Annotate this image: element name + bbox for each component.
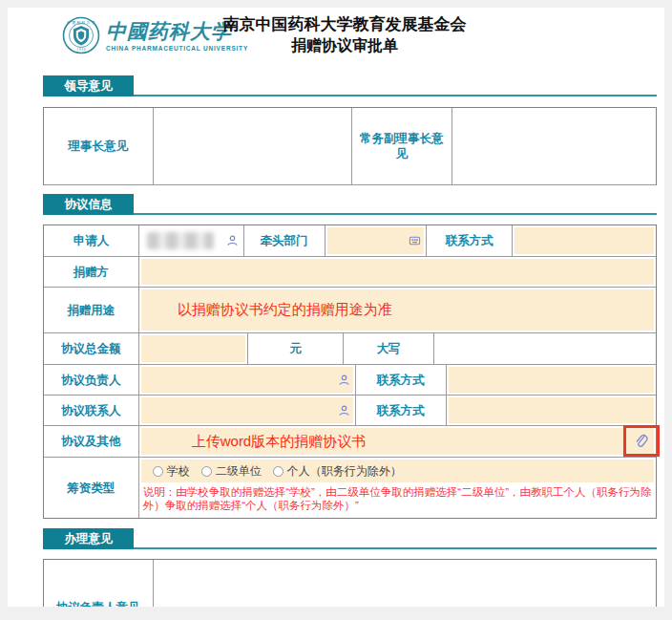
radio-option-school[interactable]: 学校: [153, 463, 190, 480]
applicant-value-cell: [139, 225, 244, 256]
form-title-line1: 南京中国药科大学教育发展基金会: [187, 14, 502, 35]
donor-input[interactable]: [139, 257, 656, 287]
vice-chairman-opinion-label: 常务副理事长意见: [352, 108, 452, 184]
leadership-table: 理事长意见 常务副理事长意见: [43, 107, 657, 185]
section-rule: [43, 213, 657, 215]
donor-label: 捐赠方: [44, 257, 139, 287]
lead-dept-input[interactable]: [326, 225, 428, 256]
person-select-icon[interactable]: [226, 235, 239, 247]
section-rule: [43, 95, 657, 96]
chairman-opinion-label: 理事长意见: [44, 108, 154, 184]
form-title-line2: 捐赠协议审批单: [187, 35, 502, 55]
radio-icon[interactable]: [201, 466, 212, 477]
manager-opinion-label: 协议负责人意见: [44, 560, 154, 607]
amount-capital-value: [434, 333, 656, 364]
section-processing: 办理意见: [43, 528, 657, 549]
liaison-contact-label: 联系方式: [356, 396, 447, 425]
table-row-manager: 协议负责人 联系方式: [44, 365, 656, 396]
section-agreement-badge: 协议信息: [43, 194, 134, 215]
radio-option-label[interactable]: 二级单位: [216, 463, 262, 480]
fundraising-radio-group: 学校 二级单位 个人（职务行为除外）: [141, 460, 654, 482]
department-select-icon[interactable]: [409, 235, 421, 247]
applicant-contact-label: 联系方式: [427, 225, 513, 256]
attachment-annotation-box: [623, 425, 660, 457]
table-row-applicant: 申请人 牵头部门 联系方式: [44, 225, 656, 257]
section-processing-badge: 办理意见: [43, 528, 134, 549]
amount-label: 协议总金额: [44, 333, 139, 364]
manager-label: 协议负责人: [44, 365, 139, 395]
section-agreement: 协议信息: [43, 194, 657, 215]
university-seal-icon: 中 国 药 科 大 学 1 9 3 6: [62, 16, 100, 54]
liaison-input[interactable]: [139, 396, 356, 425]
lead-dept-label: 牵头部门: [244, 225, 326, 256]
table-row-fundraising: 筹资类型 学校 二级单位 个人（职务行为除外） 说明: [44, 458, 656, 519]
attachment-hint-text: 上传word版本的捐赠协议书: [192, 426, 367, 457]
manager-input[interactable]: [139, 365, 356, 395]
table-row-purpose: 捐赠用途 以捐赠协议书约定的捐赠用途为准: [44, 288, 656, 333]
table-row-liaison: 协议联系人 联系方式: [44, 396, 656, 426]
person-select-icon[interactable]: [338, 374, 350, 386]
agreement-table: 申请人 牵头部门 联系方式: [43, 224, 657, 519]
radio-option-label[interactable]: 学校: [167, 463, 190, 480]
liaison-contact-input[interactable]: [447, 396, 656, 425]
purpose-input[interactable]: 以捐赠协议书约定的捐赠用途为准: [139, 288, 656, 332]
radio-option-label[interactable]: 个人（职务行为除外）: [287, 463, 402, 480]
paperclip-icon[interactable]: [634, 434, 649, 449]
svg-text:中 国 药 科 大 学: 中 国 药 科 大 学: [67, 20, 95, 26]
table-row: 理事长意见 常务副理事长意见: [44, 108, 656, 185]
table-row-attachment: 协议及其他 上传word版本的捐赠协议书: [44, 426, 656, 458]
approval-form-page: 中 国 药 科 大 学 1 9 3 6 中國药科大学 CHINA PHARMAC…: [8, 8, 664, 607]
liaison-label: 协议联系人: [44, 396, 139, 425]
vice-chairman-opinion-value: [452, 108, 656, 184]
fundraising-value-cell: 学校 二级单位 个人（职务行为除外） 说明：由学校争取的捐赠选择“学校”，由二级…: [139, 458, 656, 518]
manager-contact-label: 联系方式: [356, 365, 447, 395]
form-title: 南京中国药科大学教育发展基金会 捐赠协议审批单: [187, 14, 502, 55]
attachment-label: 协议及其他: [44, 426, 139, 457]
chairman-opinion-value: [154, 108, 352, 184]
radio-option-secondary-unit[interactable]: 二级单位: [201, 463, 262, 480]
amount-unit-label: 元: [248, 333, 344, 364]
amount-capital-label: 大写: [344, 333, 434, 364]
table-row-donor: 捐赠方: [44, 257, 656, 288]
section-rule: [43, 547, 657, 549]
purpose-label: 捐赠用途: [44, 288, 139, 332]
section-leadership: 领导意见: [43, 75, 657, 96]
manager-opinion-value: [154, 560, 656, 607]
section-leadership-badge: 领导意见: [43, 75, 134, 96]
radio-icon[interactable]: [153, 466, 163, 477]
purpose-hint-text: 以捐赠协议书约定的捐赠用途为准: [178, 288, 392, 332]
applicant-contact-input[interactable]: [513, 225, 656, 256]
applicant-label: 申请人: [44, 225, 139, 256]
form-header: 中 国 药 科 大 学 1 9 3 6 中國药科大学 CHINA PHARMAC…: [8, 14, 664, 64]
processing-table: 协议负责人意见: [43, 559, 657, 607]
table-row-manager-opinion: 协议负责人意见: [44, 560, 656, 607]
attachment-input[interactable]: 上传word版本的捐赠协议书: [139, 426, 656, 457]
manager-contact-input[interactable]: [447, 365, 656, 395]
applicant-name-redacted: [147, 232, 214, 249]
fundraising-label: 筹资类型: [44, 458, 139, 518]
table-row-amount: 协议总金额 元 大写: [44, 333, 656, 365]
radio-icon[interactable]: [273, 466, 284, 477]
person-select-icon[interactable]: [338, 404, 350, 417]
fundraising-note-text: 说明：由学校争取的捐赠选择“学校”，由二级单位争取的捐赠选择“二级单位”，由教职…: [143, 485, 652, 512]
svg-text:1 9 3 6: 1 9 3 6: [76, 48, 86, 52]
radio-option-individual[interactable]: 个人（职务行为除外）: [273, 463, 402, 480]
amount-input[interactable]: [139, 333, 249, 364]
